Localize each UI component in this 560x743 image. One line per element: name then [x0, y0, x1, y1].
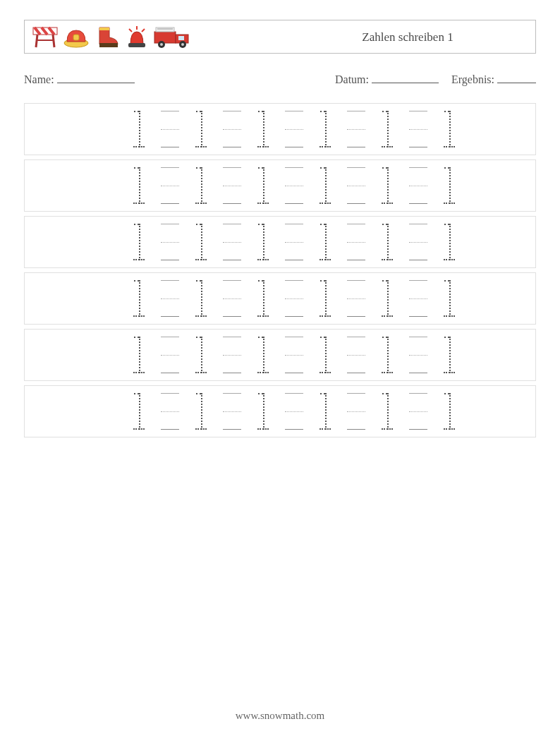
svg-rect-8 — [73, 35, 79, 40]
trace-blank-cell[interactable] — [154, 167, 185, 204]
trace-blank-cell[interactable] — [403, 393, 434, 430]
trace-row — [24, 103, 536, 155]
trace-numeral-1[interactable] — [372, 167, 403, 204]
svg-point-23 — [181, 43, 184, 46]
trace-numeral-1[interactable] — [310, 393, 341, 430]
trace-numeral-1[interactable] — [123, 167, 154, 204]
trace-row — [24, 385, 536, 437]
name-blank[interactable] — [57, 73, 135, 83]
trace-numeral-1[interactable] — [185, 224, 217, 260]
trace-blank-cell[interactable] — [154, 280, 185, 317]
trace-numeral-1[interactable] — [123, 111, 154, 147]
trace-blank-cell[interactable] — [403, 224, 434, 260]
svg-point-21 — [160, 43, 163, 46]
trace-numeral-1[interactable] — [248, 111, 279, 147]
page-title: Zahlen schreiben 1 — [280, 30, 535, 44]
header-bar: Zahlen schreiben 1 — [24, 20, 536, 54]
trace-row — [24, 216, 536, 268]
trace-blank-cell[interactable] — [217, 167, 248, 204]
trace-blank-cell[interactable] — [154, 393, 185, 430]
fire-boot-icon — [94, 25, 121, 49]
svg-rect-17 — [178, 36, 184, 40]
trace-blank-cell[interactable] — [279, 167, 310, 204]
trace-blank-cell[interactable] — [217, 111, 248, 147]
date-label: Datum: — [335, 73, 369, 85]
svg-line-14 — [142, 29, 145, 32]
svg-rect-10 — [99, 28, 109, 30]
trace-numeral-1[interactable] — [248, 280, 279, 317]
trace-numeral-1[interactable] — [434, 224, 465, 260]
siren-icon — [125, 25, 149, 49]
trace-blank-cell[interactable] — [403, 280, 434, 317]
trace-blank-cell[interactable] — [217, 393, 248, 430]
trace-numeral-1[interactable] — [185, 393, 217, 430]
trace-row — [24, 159, 536, 212]
trace-row — [24, 329, 536, 381]
trace-blank-cell[interactable] — [217, 224, 248, 260]
name-label: Name: — [24, 73, 54, 85]
trace-blank-cell[interactable] — [403, 337, 434, 373]
footer-url: www.snowmath.com — [0, 710, 560, 722]
trace-blank-cell[interactable] — [217, 280, 248, 317]
svg-rect-18 — [156, 28, 174, 32]
trace-numeral-1[interactable] — [123, 280, 154, 317]
trace-blank-cell[interactable] — [279, 337, 310, 373]
date-blank[interactable] — [372, 73, 439, 83]
result-label: Ergebnis: — [451, 73, 494, 85]
trace-numeral-1[interactable] — [434, 280, 465, 317]
fire-truck-icon — [153, 25, 191, 49]
trace-numeral-1[interactable] — [434, 337, 465, 373]
trace-numeral-1[interactable] — [434, 167, 465, 204]
trace-blank-cell[interactable] — [217, 337, 248, 373]
trace-numeral-1[interactable] — [372, 337, 403, 373]
trace-blank-cell[interactable] — [154, 224, 185, 260]
trace-numeral-1[interactable] — [310, 111, 341, 147]
trace-blank-cell[interactable] — [341, 337, 372, 373]
fire-helmet-icon — [63, 25, 90, 49]
trace-numeral-1[interactable] — [248, 337, 279, 373]
trace-numeral-1[interactable] — [372, 111, 403, 147]
trace-blank-cell[interactable] — [341, 167, 372, 204]
trace-numeral-1[interactable] — [248, 393, 279, 430]
trace-numeral-1[interactable] — [372, 393, 403, 430]
trace-numeral-1[interactable] — [310, 280, 341, 317]
trace-numeral-1[interactable] — [310, 337, 341, 373]
svg-rect-11 — [128, 43, 145, 47]
icon-row — [32, 25, 191, 49]
trace-numeral-1[interactable] — [310, 224, 341, 260]
trace-numeral-1[interactable] — [185, 280, 217, 317]
svg-line-13 — [129, 29, 132, 32]
trace-blank-cell[interactable] — [341, 280, 372, 317]
trace-blank-cell[interactable] — [154, 111, 185, 147]
trace-numeral-1[interactable] — [248, 224, 279, 260]
meta-row: Name: Datum: Ergebnis: — [24, 73, 536, 86]
trace-blank-cell[interactable] — [403, 111, 434, 147]
trace-numeral-1[interactable] — [310, 167, 341, 204]
trace-blank-cell[interactable] — [279, 280, 310, 317]
trace-numeral-1[interactable] — [123, 224, 154, 260]
trace-blank-cell[interactable] — [279, 393, 310, 430]
trace-numeral-1[interactable] — [372, 280, 403, 317]
svg-rect-9 — [99, 43, 118, 47]
svg-rect-15 — [154, 32, 176, 43]
trace-blank-cell[interactable] — [154, 337, 185, 373]
trace-row — [24, 272, 536, 325]
trace-blank-cell[interactable] — [341, 111, 372, 147]
trace-blank-cell[interactable] — [341, 393, 372, 430]
trace-blank-cell[interactable] — [403, 167, 434, 204]
trace-numeral-1[interactable] — [185, 167, 217, 204]
trace-numeral-1[interactable] — [185, 337, 217, 373]
trace-numeral-1[interactable] — [434, 111, 465, 147]
trace-blank-cell[interactable] — [279, 224, 310, 260]
trace-numeral-1[interactable] — [248, 167, 279, 204]
trace-numeral-1[interactable] — [434, 393, 465, 430]
result-blank[interactable] — [497, 73, 536, 83]
barricade-icon — [32, 25, 59, 49]
trace-numeral-1[interactable] — [123, 393, 154, 430]
trace-numeral-1[interactable] — [123, 337, 154, 373]
trace-numeral-1[interactable] — [185, 111, 217, 147]
trace-numeral-1[interactable] — [372, 224, 403, 260]
trace-blank-cell[interactable] — [279, 111, 310, 147]
trace-blank-cell[interactable] — [341, 224, 372, 260]
tracing-grid — [24, 103, 536, 437]
